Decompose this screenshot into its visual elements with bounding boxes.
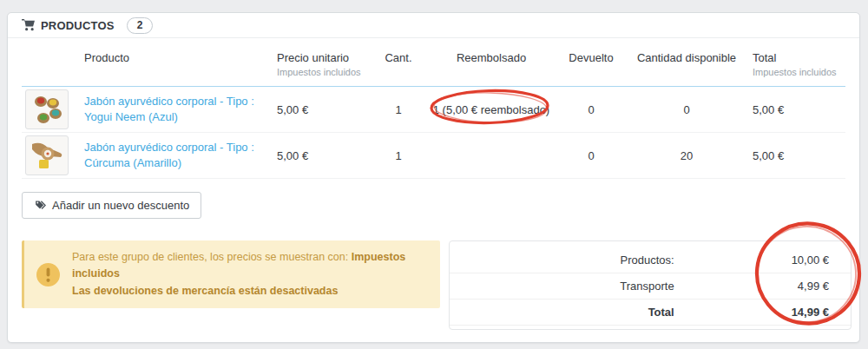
quantity-cell: 1 <box>374 103 423 116</box>
order-totals-box: Productos: 10,00 € Transporte 4,99 € Tot… <box>449 240 852 330</box>
products-count-badge: 2 <box>127 17 154 34</box>
summary-value: 4,99 € <box>674 280 851 293</box>
product-link[interactable]: Jabón ayurvédico corporal - Tipo : Yogui… <box>84 95 254 123</box>
add-discount-label: Añadir un nuevo descuento <box>52 199 189 212</box>
summary-label: Transporte <box>450 280 674 293</box>
col-header-unit-price: Precio unitario Impuestos incluidos <box>270 51 374 77</box>
unit-price-cell: 5,00 € <box>270 149 374 162</box>
panel-title: PRODUCTOS <box>41 19 115 32</box>
cart-icon <box>22 19 35 31</box>
col-header-available: Cantidad disponible <box>622 51 751 64</box>
warning-box: Para este grupo de clientes, los precios… <box>22 240 440 308</box>
product-thumb-cell <box>22 87 84 132</box>
soap-set-image <box>29 93 65 126</box>
returned-cell: 0 <box>560 103 622 116</box>
summary-row-shipping: Transporte 4,99 € <box>450 273 851 300</box>
add-discount-button[interactable]: Añadir un nuevo descuento <box>22 192 201 219</box>
summary-row-total: Total 14,99 € <box>450 300 851 326</box>
table-row: Jabón ayurvédico corporal - Tipo : Yogui… <box>22 87 845 133</box>
panel-header: PRODUCTOS 2 <box>8 13 859 38</box>
unit-price-cell: 5,00 € <box>270 103 374 116</box>
exclamation-icon <box>36 263 60 286</box>
col-header-quantity: Cant. <box>374 51 423 64</box>
col-header-unit-price-sub: Impuestos incluidos <box>277 67 374 77</box>
product-link[interactable]: Jabón ayurvédico corporal - Tipo : Cúrcu… <box>84 141 254 169</box>
product-thumb-cell <box>22 133 84 178</box>
products-table: Producto Precio unitario Impuestos inclu… <box>22 38 845 179</box>
warning-line-1-prefix: Para este grupo de clientes, los precios… <box>72 251 352 263</box>
total-cell: 5,00 € <box>751 149 845 162</box>
products-panel: PRODUCTOS 2 Producto Precio unitario Imp… <box>7 12 860 343</box>
col-header-total-sub: Impuestos incluidos <box>753 67 845 77</box>
table-header-row: Producto Precio unitario Impuestos inclu… <box>22 38 845 87</box>
available-cell: 20 <box>622 149 751 162</box>
col-header-refunded: Reembolsado <box>423 51 560 64</box>
col-header-total: Total Impuestos incluidos <box>751 51 845 77</box>
col-header-product: Producto <box>84 51 270 64</box>
product-name-cell: Jabón ayurvédico corporal - Tipo : Yogui… <box>84 94 270 125</box>
product-name-cell: Jabón ayurvédico corporal - Tipo : Cúrcu… <box>84 140 270 171</box>
returned-cell: 0 <box>560 149 622 162</box>
tags-icon <box>34 200 46 211</box>
warning-text: Para este grupo de clientes, los precios… <box>72 249 428 300</box>
summary-value: 10,00 € <box>674 254 851 267</box>
bottom-section: Para este grupo de clientes, los precios… <box>22 240 852 330</box>
warning-line-2: Las devoluciones de mercancía están desa… <box>72 283 428 300</box>
product-thumbnail[interactable] <box>25 89 69 129</box>
table-row: Jabón ayurvédico corporal - Tipo : Cúrcu… <box>22 133 845 179</box>
summary-label: Total <box>450 306 674 319</box>
available-cell: 0 <box>622 103 751 116</box>
soap-hand-image <box>29 139 65 172</box>
col-header-returned: Devuelto <box>560 51 622 64</box>
refunded-cell: 1 (5,00 € reembolsado) <box>423 103 560 116</box>
product-thumbnail[interactable] <box>25 135 69 175</box>
summary-label: Productos: <box>450 254 674 267</box>
warning-line-1: Para este grupo de clientes, los precios… <box>72 249 428 283</box>
total-cell: 5,00 € <box>751 103 845 116</box>
summary-value: 14,99 € <box>674 306 851 319</box>
quantity-cell: 1 <box>374 149 423 162</box>
summary-row-products: Productos: 10,00 € <box>450 247 851 273</box>
